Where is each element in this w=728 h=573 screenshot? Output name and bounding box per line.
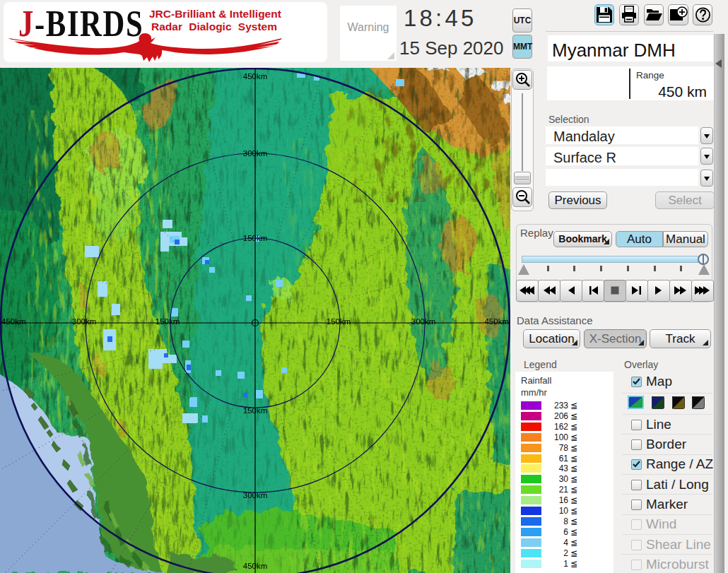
svg-text:150km: 150km — [327, 317, 351, 326]
svg-text:300km: 300km — [411, 317, 436, 326]
svg-text:150km: 150km — [243, 406, 268, 415]
svg-text:150km: 150km — [155, 317, 180, 326]
svg-text:450km: 450km — [243, 562, 268, 570]
svg-text:300km: 300km — [243, 491, 268, 500]
svg-text:150km: 150km — [243, 234, 268, 242]
svg-text:300km: 300km — [243, 149, 268, 158]
svg-text:450km: 450km — [243, 72, 268, 81]
svg-text:450km: 450km — [484, 317, 509, 326]
svg-text:450km: 450km — [1, 317, 26, 326]
svg-text:300km: 300km — [72, 317, 97, 326]
